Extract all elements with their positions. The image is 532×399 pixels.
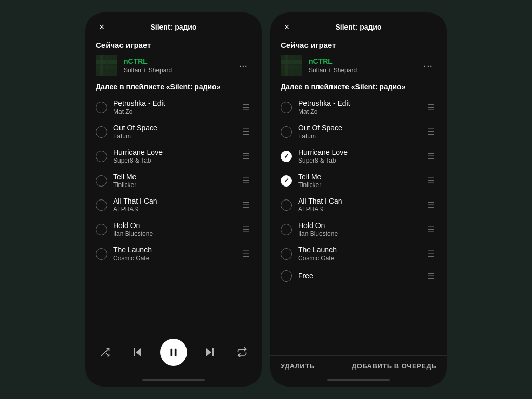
bottom-actions: УДАЛИТЬДОБАВИТЬ В ОЧЕРЕДЬ bbox=[270, 355, 447, 376]
delete-button[interactable]: УДАЛИТЬ bbox=[281, 362, 315, 370]
close-button[interactable]: × bbox=[96, 21, 108, 33]
drag-handle-icon[interactable]: ☰ bbox=[425, 271, 436, 281]
queue-track-info: Out Of SpaceFatum bbox=[113, 124, 234, 140]
current-track-title: nCTRL bbox=[124, 57, 228, 65]
drag-handle-icon[interactable]: ☰ bbox=[425, 127, 436, 137]
queue-item: Free☰ bbox=[281, 266, 436, 286]
queue-track-title: Out Of Space bbox=[298, 124, 419, 132]
track-checkbox[interactable] bbox=[281, 200, 292, 211]
now-playing-section: Сейчас играет nCTRLSultan + Shepard··· bbox=[270, 36, 447, 83]
queue-track-artist: Ilan Bluestone bbox=[113, 230, 234, 237]
queue-item: All That I CanALPHA 9☰ bbox=[96, 193, 251, 217]
track-checkbox[interactable] bbox=[281, 175, 292, 187]
queue-track-info: Hurricane LoveSuper8 & Tab bbox=[298, 148, 419, 164]
drag-handle-icon[interactable]: ☰ bbox=[240, 127, 251, 137]
svg-rect-17 bbox=[291, 55, 293, 76]
drag-handle-icon[interactable]: ☰ bbox=[425, 224, 436, 234]
queue-track-info: Hurricane LoveSuper8 & Tab bbox=[113, 148, 234, 164]
now-playing-label: Сейчас играет bbox=[281, 41, 436, 49]
drag-handle-icon[interactable]: ☰ bbox=[240, 224, 251, 234]
drag-handle-icon[interactable]: ☰ bbox=[425, 151, 436, 161]
now-playing-track: nCTRLSultan + Shepard··· bbox=[281, 55, 436, 76]
add-to-queue-button[interactable]: ДОБАВИТЬ В ОЧЕРЕДЬ bbox=[352, 362, 436, 370]
queue-label: Далее в плейлисте «Silent: радио» bbox=[281, 83, 436, 91]
svg-rect-4 bbox=[106, 55, 108, 76]
drag-handle-icon[interactable]: ☰ bbox=[425, 176, 436, 185]
queue-track-info: Petrushka - EditMat Zo bbox=[298, 99, 419, 115]
queue-track-artist: ALPHA 9 bbox=[113, 206, 234, 213]
drag-handle-icon[interactable]: ☰ bbox=[240, 200, 251, 210]
svg-rect-9 bbox=[171, 349, 173, 356]
queue-track-artist: Ilan Bluestone bbox=[298, 230, 419, 237]
drag-handle-icon[interactable]: ☰ bbox=[425, 102, 436, 112]
more-options-button[interactable]: ··· bbox=[419, 58, 436, 74]
track-checkbox[interactable] bbox=[96, 151, 107, 162]
track-checkbox[interactable] bbox=[281, 270, 292, 282]
track-checkbox[interactable] bbox=[281, 248, 292, 260]
queue-item: Hurricane LoveSuper8 & Tab☰ bbox=[96, 144, 251, 168]
track-checkbox[interactable] bbox=[281, 224, 292, 235]
queue-track-title: Free bbox=[298, 272, 419, 280]
track-checkbox[interactable] bbox=[96, 102, 107, 113]
queue-track-info: Free bbox=[298, 272, 419, 280]
queue-track-title: The Launch bbox=[113, 246, 234, 254]
queue-track-artist: Super8 & Tab bbox=[298, 157, 419, 164]
queue-track-info: Out Of SpaceFatum bbox=[298, 124, 419, 140]
queue-track-artist: Fatum bbox=[298, 132, 419, 140]
previous-button[interactable] bbox=[128, 343, 147, 362]
queue-item: Hold OnIlan Bluestone☰ bbox=[281, 217, 436, 242]
current-track-info: nCTRLSultan + Shepard bbox=[124, 57, 228, 74]
svg-rect-12 bbox=[212, 348, 214, 356]
queue-list: Petrushka - EditMat Zo☰Out Of SpaceFatum… bbox=[96, 95, 251, 332]
drag-handle-icon[interactable]: ☰ bbox=[240, 249, 251, 259]
drag-handle-icon[interactable]: ☰ bbox=[240, 102, 251, 112]
screens-container: ×Silent: радиоСейчас играет nCTRLSultan … bbox=[75, 2, 457, 397]
screen-title: Silent: радио bbox=[335, 23, 381, 31]
track-checkbox[interactable] bbox=[281, 151, 292, 162]
drag-handle-icon[interactable]: ☰ bbox=[240, 176, 251, 185]
current-track-title: nCTRL bbox=[309, 57, 413, 65]
queue-track-artist: Mat Zo bbox=[298, 108, 419, 115]
screen-header: ×Silent: радио bbox=[270, 12, 447, 36]
track-checkbox[interactable] bbox=[96, 200, 107, 211]
queue-item: Hurricane LoveSuper8 & Tab☰ bbox=[281, 144, 436, 168]
now-playing-track: nCTRLSultan + Shepard··· bbox=[96, 55, 251, 76]
play-pause-button[interactable] bbox=[160, 339, 187, 366]
svg-marker-7 bbox=[136, 348, 141, 356]
track-checkbox[interactable] bbox=[281, 126, 292, 138]
queue-track-artist: Cosmic Gate bbox=[113, 255, 234, 262]
queue-track-title: Out Of Space bbox=[113, 124, 234, 132]
queue-item: Out Of SpaceFatum☰ bbox=[96, 119, 251, 144]
queue-track-info: The LaunchCosmic Gate bbox=[298, 246, 419, 262]
track-checkbox[interactable] bbox=[96, 248, 107, 260]
screen-title: Silent: радио bbox=[150, 23, 196, 31]
next-button[interactable] bbox=[201, 343, 219, 362]
now-playing-label: Сейчас играет bbox=[96, 41, 251, 49]
queue-track-info: All That I CanALPHA 9 bbox=[298, 197, 419, 213]
track-checkbox[interactable] bbox=[96, 126, 107, 138]
svg-marker-11 bbox=[206, 348, 211, 356]
svg-rect-8 bbox=[134, 348, 135, 356]
queue-item: The LaunchCosmic Gate☰ bbox=[96, 242, 251, 266]
queue-item: Out Of SpaceFatum☰ bbox=[281, 119, 436, 144]
drag-handle-icon[interactable]: ☰ bbox=[240, 151, 251, 161]
drag-handle-icon[interactable]: ☰ bbox=[425, 249, 436, 259]
queue-track-title: Hold On bbox=[298, 221, 419, 230]
drag-handle-icon[interactable]: ☰ bbox=[425, 200, 436, 210]
repeat-button[interactable] bbox=[233, 343, 251, 362]
more-options-button[interactable]: ··· bbox=[234, 58, 251, 74]
queue-item: Petrushka - EditMat Zo☰ bbox=[96, 95, 251, 119]
queue-track-info: Petrushka - EditMat Zo bbox=[113, 99, 234, 115]
queue-section: Далее в плейлисте «Silent: радио»Petrush… bbox=[270, 83, 447, 355]
queue-track-title: Petrushka - Edit bbox=[113, 99, 234, 108]
current-track-artist: Sultan + Shepard bbox=[124, 66, 228, 74]
queue-track-title: Hold On bbox=[113, 221, 234, 230]
close-button[interactable]: × bbox=[281, 21, 293, 33]
track-checkbox[interactable] bbox=[96, 175, 107, 187]
queue-track-title: The Launch bbox=[298, 246, 419, 254]
track-checkbox[interactable] bbox=[281, 102, 292, 113]
phone-screen-1: ×Silent: радиоСейчас играет nCTRLSultan … bbox=[270, 12, 447, 387]
shuffle-button[interactable] bbox=[96, 343, 114, 362]
track-checkbox[interactable] bbox=[96, 224, 107, 235]
current-track-info: nCTRLSultan + Shepard bbox=[309, 57, 413, 74]
